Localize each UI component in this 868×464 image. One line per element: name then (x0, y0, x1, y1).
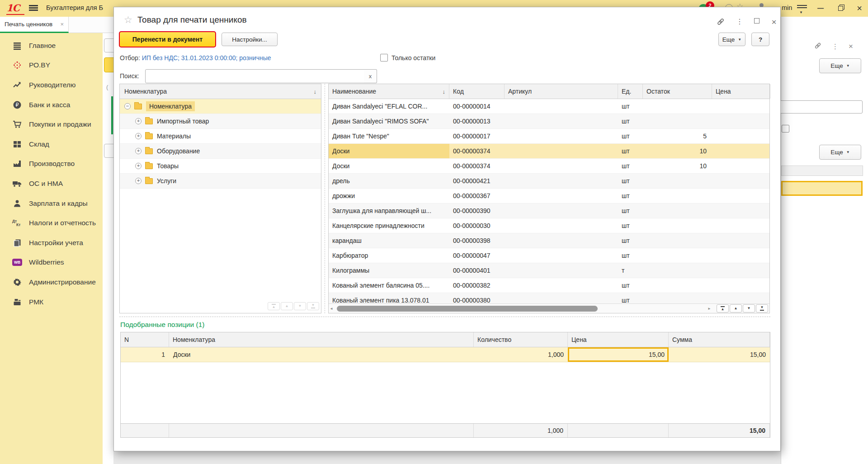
table-row[interactable]: Кованый элемент пика 13.078.0100-0000038… (329, 293, 769, 304)
column-header-5[interactable]: Цена (712, 84, 770, 99)
more-button[interactable]: Еще▼ (819, 58, 861, 73)
settings-button[interactable]: Настройки... (222, 33, 278, 46)
column-header-2[interactable]: Артикул (505, 84, 618, 99)
expand-plus-icon[interactable]: + (135, 178, 142, 184)
table-row[interactable]: Диван Sandalyeci "EFLAL COR...00-0000001… (329, 99, 769, 114)
sidebar-item-покупки-и-продажи[interactable]: Покупки и продажи (0, 114, 103, 134)
background-input-fragment[interactable] (779, 100, 863, 114)
favorite-star-icon[interactable]: ☆ (124, 14, 132, 25)
scroll-right-icon[interactable]: ► (707, 307, 712, 311)
tab-close-icon[interactable]: × (60, 21, 64, 28)
tree-row[interactable]: +Услуги (120, 174, 321, 189)
go-next-button[interactable]: ▼ (294, 302, 306, 310)
help-button[interactable]: ? (751, 33, 769, 46)
table-row[interactable]: Кованый элемент балясина 05....00-000003… (329, 278, 769, 293)
table-row[interactable]: карандаш00-00000398шт (329, 233, 769, 248)
column-header-0[interactable]: Наименование↓ (329, 84, 449, 99)
sidebar-item-главное[interactable]: Главное (0, 36, 103, 56)
sidebar-item-настройки-учета[interactable]: Настройки учета (0, 233, 103, 253)
picked-column-header-3[interactable]: Цена (568, 332, 669, 347)
link-icon[interactable] (814, 42, 822, 52)
picked-row[interactable]: 1Доски1,00015,0015,00 (121, 347, 770, 362)
tree-row[interactable]: +Материалы (120, 129, 321, 144)
sidebar-item-зарплата-и-кадры[interactable]: Зарплата и кадры (0, 194, 103, 213)
picked-column-header-0[interactable]: N (121, 332, 169, 347)
table-row[interactable]: Килограммы00-00000401т (329, 263, 769, 278)
tree-row[interactable]: −Номенклатура (120, 99, 321, 114)
sidebar-item-налоги-и-отчетность[interactable]: ДтКтНалоги и отчетность (0, 213, 103, 233)
table-row[interactable]: Доски00-00000374шт10 (329, 144, 769, 159)
close-window-icon[interactable]: × (849, 42, 853, 51)
picked-column-header-2[interactable]: Количество (474, 332, 568, 347)
horizontal-scrollbar[interactable] (334, 306, 707, 312)
go-prev-button[interactable]: ▲ (281, 302, 293, 310)
tree-header[interactable]: Номенклатура ↓ (120, 84, 321, 99)
go-last-button[interactable]: ▼ (756, 304, 768, 312)
sidebar-item-администрирование[interactable]: Администрирование (0, 272, 103, 292)
collapse-minus-icon[interactable]: − (124, 103, 131, 109)
table-row[interactable]: Канцелярские принадлежности00-00000030шт (329, 218, 769, 233)
go-next-button[interactable]: ▼ (743, 304, 755, 312)
sidebar-item-производство[interactable]: Производство (0, 154, 103, 174)
column-header-4[interactable]: Остаток (643, 84, 712, 99)
close-app-button[interactable]: × (854, 3, 865, 14)
sidebar-item-wildberries[interactable]: WBWildberries (0, 253, 103, 273)
scroll-left-icon[interactable]: ◄ (329, 307, 334, 311)
column-header-3[interactable]: Ед. (618, 84, 643, 99)
sidebar-item-рмк[interactable]: РМК (0, 292, 103, 312)
tree-row[interactable]: +Оборудование (120, 144, 321, 159)
transfer-to-document-button[interactable]: Перенести в документ (119, 31, 216, 47)
table-row[interactable]: Заглушка для направляющей ш...00-0000039… (329, 204, 769, 218)
go-last-button[interactable]: ▼ (307, 302, 319, 310)
go-first-button[interactable]: ▲ (717, 304, 729, 312)
get-link-icon[interactable] (715, 17, 726, 28)
sidebar-item-склад[interactable]: Склад (0, 134, 103, 154)
main-menu-icon[interactable] (29, 5, 38, 11)
more-menu-icon[interactable]: ⋮ (832, 43, 839, 51)
table-row[interactable]: дрель00-00000421шт (329, 174, 769, 189)
expand-plus-icon[interactable]: + (135, 133, 142, 139)
only-stock-checkbox[interactable] (380, 54, 388, 62)
picked-column-header-1[interactable]: Номенклатура (169, 332, 474, 347)
active-price-cell[interactable]: 15,00 (568, 347, 669, 362)
search-clear-button[interactable]: x (364, 69, 377, 83)
tree-row[interactable]: +Импортный товар (120, 114, 321, 129)
sidebar-item-банк-и-касса[interactable]: ₽Банк и касса (0, 95, 103, 115)
cell (505, 278, 618, 293)
horizontal-splitter[interactable] (119, 317, 770, 317)
sidebar-item-руководителю[interactable]: Руководителю (0, 75, 103, 95)
maximize-icon[interactable] (751, 17, 762, 25)
table-row[interactable]: Доски00-00000374шт10 (329, 159, 769, 174)
table-row[interactable]: Карбюратор00-00000047шт (329, 248, 769, 263)
filter-value-link[interactable]: ИП без НДС; 31.01.2023 0:00:00; розничны… (142, 54, 271, 62)
expand-plus-icon[interactable]: + (135, 148, 142, 154)
more-button[interactable]: Еще▼ (819, 145, 861, 160)
tab-print-price-tags[interactable]: Печать ценников × (0, 17, 69, 33)
sidebar-item-label: РО.BY (29, 61, 50, 69)
table-row[interactable]: Диван Sandalyeci "RIMOS SOFA"00-00000013… (329, 114, 769, 129)
minimize-button[interactable]: — (815, 3, 826, 14)
sidebar-item-ро.by[interactable]: РО.BY (0, 56, 103, 76)
column-header-1[interactable]: Код (449, 84, 505, 99)
search-input[interactable] (145, 69, 364, 83)
cell: 1,000 (474, 347, 568, 362)
picked-column-header-4[interactable]: Сумма (669, 332, 770, 347)
background-checkbox-fragment[interactable] (782, 125, 789, 133)
window-menu-icon[interactable]: ⋮ (734, 17, 745, 26)
sidebar-item-ос-и-нма[interactable]: ОС и НМА (0, 174, 103, 194)
close-dialog-icon[interactable]: × (769, 17, 779, 27)
table-row[interactable]: дрожжи00-00000367шт (329, 189, 769, 204)
tree-row[interactable]: +Товары (120, 159, 321, 174)
table-row[interactable]: Диван Tute "Nespe"00-00000017шт5 (329, 129, 769, 144)
scrollbar-thumb[interactable] (337, 306, 598, 312)
expand-plus-icon[interactable]: + (135, 163, 142, 169)
service-menu-icon[interactable]: ▼ (797, 5, 807, 12)
expand-plus-icon[interactable]: + (135, 118, 142, 124)
panel-splitter[interactable] (325, 84, 325, 313)
go-first-button[interactable]: ▲ (268, 302, 280, 310)
go-prev-button[interactable]: ▲ (730, 304, 742, 312)
restore-button[interactable] (835, 3, 846, 14)
more-button[interactable]: Еще▼ (718, 33, 745, 46)
cell (712, 218, 769, 233)
background-selected-row-fragment[interactable] (781, 181, 863, 196)
